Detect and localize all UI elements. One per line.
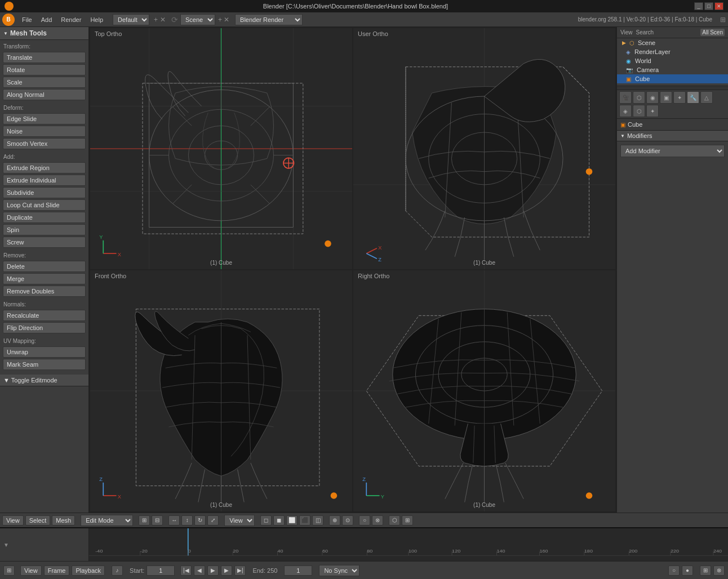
menu-render[interactable]: Render: [57, 15, 85, 24]
subdivide-button[interactable]: Subdivide: [3, 187, 86, 198]
pivot-btn[interactable]: ⬡: [389, 515, 400, 525]
timeline-main[interactable]: -40 -20 0 20 40 60 80 100 120 140 160 18…: [89, 528, 728, 561]
draw-type-btn[interactable]: ◻: [260, 515, 272, 525]
modifiers-header[interactable]: ▼ Modifiers: [617, 131, 728, 141]
scene-select[interactable]: Scene: [180, 14, 215, 25]
world-props-icon[interactable]: ◉: [646, 91, 659, 104]
layout-select[interactable]: Default: [113, 14, 149, 25]
outliner-item-camera[interactable]: 📷 Camera: [617, 65, 728, 74]
current-frame-input[interactable]: [284, 565, 312, 576]
global-view-btn[interactable]: ⊞: [139, 515, 150, 525]
timeline-settings-btn[interactable]: ⊞: [3, 565, 15, 576]
screw-button[interactable]: Screw: [3, 237, 86, 248]
translate-button[interactable]: Translate: [3, 52, 86, 63]
rotate-button[interactable]: Rotate: [3, 64, 86, 75]
proportional-btn[interactable]: ○: [359, 515, 370, 525]
snap-type-btn[interactable]: ⊙: [342, 515, 353, 525]
add-modifier-select[interactable]: Add Modifier: [620, 145, 725, 157]
sync-mode-select[interactable]: No Sync: [319, 565, 359, 576]
next-frame-btn[interactable]: ▶: [221, 565, 232, 576]
smooth-vertex-button[interactable]: Smooth Vertex: [3, 138, 86, 149]
outliner-item-renderlayer[interactable]: ◈ RenderLayer: [617, 47, 728, 56]
recalculate-button[interactable]: Recalculate: [3, 310, 86, 321]
prev-keyframe-btn[interactable]: |◀: [180, 565, 192, 576]
data-props-icon[interactable]: △: [700, 91, 713, 104]
play-btn[interactable]: ▶: [207, 565, 219, 576]
add-layout-icon[interactable]: +: [154, 16, 158, 24]
draw-type-4-btn[interactable]: ⬛: [299, 515, 310, 525]
texture-icon[interactable]: ⬡: [633, 105, 645, 117]
orient-btn[interactable]: ⊞: [402, 515, 413, 525]
modifiers-icon active[interactable]: 🔧: [687, 91, 699, 104]
viewport-right-ortho[interactable]: Right Ortho +: [353, 270, 615, 511]
outliner-item-cube[interactable]: ▣ Cube: [617, 74, 728, 83]
render-engine-select[interactable]: Blender Render: [235, 14, 303, 25]
remove-layout-icon[interactable]: ✕: [160, 16, 166, 24]
flip-direction-button[interactable]: Flip Direction: [3, 322, 86, 333]
mesh-menu-btn[interactable]: Mesh: [52, 515, 75, 525]
outliner-view-btn[interactable]: View: [620, 29, 633, 35]
toggle-editmode-header[interactable]: ▼ Toggle Editmode: [0, 375, 88, 386]
outliner-search-btn[interactable]: Search: [636, 29, 654, 35]
outliner-allscenes-btn[interactable]: All Scen: [700, 29, 725, 36]
select-menu-btn[interactable]: Select: [25, 515, 51, 525]
remove-doubles-button[interactable]: Remove Doubles: [3, 286, 86, 297]
status-playback-btn[interactable]: Playback: [72, 565, 105, 576]
maximize-button[interactable]: □: [704, 2, 713, 10]
loop-cut-slide-button[interactable]: Loop Cut and Slide: [3, 199, 86, 211]
audio-icon[interactable]: ♪: [112, 565, 123, 576]
keying-set-btn[interactable]: ○: [668, 565, 680, 576]
snap-btn[interactable]: ⊕: [329, 515, 340, 525]
spin-button[interactable]: Spin: [3, 224, 86, 235]
extrude-region-button[interactable]: Extrude Region: [3, 162, 86, 173]
draw-type-3-btn[interactable]: ⬜: [286, 515, 298, 525]
view-menu-btn[interactable]: View: [2, 515, 24, 525]
unwrap-button[interactable]: Unwrap: [3, 346, 86, 358]
menu-file[interactable]: File: [18, 15, 36, 24]
add-scene-icon[interactable]: +: [218, 16, 222, 24]
render-props-icon[interactable]: 🎥: [619, 91, 632, 104]
occlude-btn[interactable]: ⊗: [372, 515, 383, 525]
object-props-icon[interactable]: ▣: [660, 91, 672, 104]
edit-mode-select[interactable]: Edit Mode Object Mode: [81, 515, 133, 526]
constraints-icon[interactable]: ✦: [673, 91, 686, 104]
translate-gizmo-btn[interactable]: ↕: [181, 515, 193, 525]
viewport-front-ortho[interactable]: Front Ortho +: [90, 270, 352, 511]
extrude-individual-button[interactable]: Extrude Individual: [3, 175, 86, 186]
mark-seam-button[interactable]: Mark Seam: [3, 359, 86, 370]
status-frame-btn[interactable]: Frame: [44, 565, 70, 576]
outliner-item-scene[interactable]: ▶ ⬡ Scene: [617, 38, 728, 47]
auto-key-btn[interactable]: ●: [682, 565, 693, 576]
noise-button[interactable]: Noise: [3, 126, 86, 137]
status-view-btn[interactable]: View: [20, 565, 42, 576]
draw-type-2-btn[interactable]: ◼: [273, 515, 285, 525]
scene-props-icon[interactable]: ⬡: [633, 91, 645, 104]
rotate-gizmo-btn[interactable]: ↻: [194, 515, 206, 525]
next-keyframe-btn[interactable]: ▶|: [234, 565, 246, 576]
edge-slide-button[interactable]: Edge Slide: [3, 113, 86, 124]
duplicate-button[interactable]: Duplicate: [3, 212, 86, 223]
prev-frame-btn[interactable]: ◀: [194, 565, 205, 576]
viewport-user-ortho[interactable]: User Ortho +: [353, 28, 615, 269]
material-icon[interactable]: ◈: [619, 105, 632, 117]
menu-help[interactable]: Help: [86, 15, 107, 24]
scale-button[interactable]: Scale: [3, 77, 86, 88]
playback-rec-btn[interactable]: ⊗: [713, 565, 725, 576]
draw-type-5-btn[interactable]: ◫: [312, 515, 323, 525]
mesh-tools-header[interactable]: ▼ Mesh Tools: [0, 27, 88, 40]
shading-select[interactable]: View: [224, 515, 255, 526]
particles-icon[interactable]: ✦: [646, 105, 659, 117]
scale-gizmo-btn[interactable]: ⤢: [207, 515, 219, 525]
merge-button[interactable]: Merge: [3, 273, 86, 284]
fullscreen-icon[interactable]: ⊞: [720, 16, 726, 24]
outliner-item-world[interactable]: ◉ World: [617, 56, 728, 65]
playback-extra-btn[interactable]: ⊞: [700, 565, 711, 576]
viewport-top-ortho[interactable]: Top Ortho +: [90, 28, 352, 269]
start-frame-input[interactable]: [147, 565, 175, 576]
minimize-button[interactable]: _: [694, 2, 703, 10]
delete-button[interactable]: Delete: [3, 261, 86, 272]
manipulator-btn[interactable]: ↔: [168, 515, 180, 525]
close-button[interactable]: ✕: [714, 2, 723, 10]
menu-add[interactable]: Add: [37, 15, 56, 24]
along-normal-button[interactable]: Along Normal: [3, 89, 86, 100]
